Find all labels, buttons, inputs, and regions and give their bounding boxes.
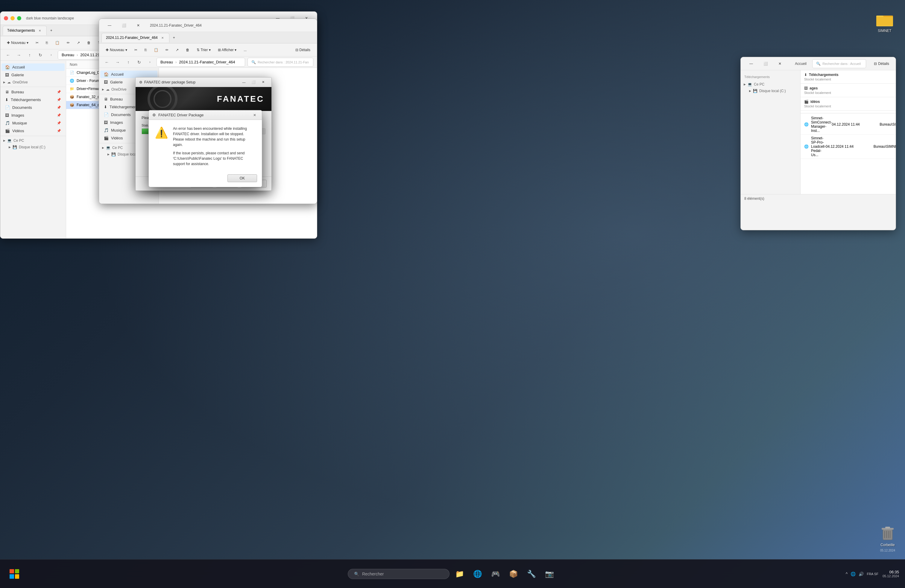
sidebar-item-images[interactable]: 🖼 Images 📌 (2, 112, 65, 119)
sidebar-item-galerie[interactable]: 🖼 Galerie (2, 71, 65, 79)
fg-cut-btn[interactable]: ✂ (132, 46, 140, 54)
explorer-fg-addressbar: ← → ↑ ↻ › Bureau › 2024.11.21-Fanatec_Dr… (99, 57, 317, 68)
delete-btn[interactable]: 🗑 (84, 39, 94, 46)
fg-details-btn[interactable]: ⊟ Détails (292, 46, 313, 54)
sidebar-item-videos[interactable]: 🎬 Vidéos 📌 (2, 127, 65, 135)
taskbar-app6-icon: 📷 (545, 570, 554, 578)
tray-network-icon[interactable]: 🌐 (851, 572, 856, 576)
fg-documents-icon: 📄 (104, 113, 109, 117)
fg-copy-btn[interactable]: ⎘ (141, 46, 150, 54)
taskbar-left (6, 566, 23, 582)
sidebar-item-telechargements[interactable]: ⬇ Téléchargements 📌 (2, 96, 65, 103)
right-section-videos: 🎬 idéos Stocké localement (800, 97, 896, 111)
fg-minimize-btn[interactable]: — (103, 21, 116, 30)
fg-maximize-btn[interactable]: ⬜ (117, 21, 131, 30)
tray-expand-btn[interactable]: ^ (846, 572, 848, 576)
right-sidebar-cepc[interactable]: ▶ 💻 Ce PC (741, 81, 800, 88)
add-tab-btn[interactable]: + (48, 27, 55, 34)
forward-btn[interactable]: → (15, 51, 23, 59)
sidebar-section-onedrive[interactable]: ▶ ☁ OneDrive (0, 79, 66, 86)
fg-address-path[interactable]: Bureau › 2024.11.21-Fanatec_Driver_464 (157, 58, 245, 67)
fg-view-btn[interactable]: ⊞ Afficher ▾ (215, 46, 240, 54)
right-maximize-btn[interactable]: ⬜ (759, 59, 772, 68)
sidebar-item-bureau[interactable]: 🖥 Bureau 📌 (2, 88, 65, 96)
tray-speaker-icon[interactable]: 🔊 (859, 572, 864, 576)
right-file-simnet-sp[interactable]: 🌐 Simnet-SP-Pro-Loadcell-Pedal-Us... 04.… (800, 135, 896, 159)
mac-window-controls (4, 16, 21, 21)
right-cepc-label: Ce PC (754, 82, 764, 86)
right-sidebar-disque[interactable]: ▶ 💾 Disque local (C:) (741, 88, 800, 94)
sidebar-item-documents[interactable]: 📄 Documents 📌 (2, 104, 65, 111)
share-btn[interactable]: ↗ (74, 39, 83, 46)
fg-back-btn[interactable]: ← (103, 58, 111, 67)
fg-delete-btn[interactable]: 🗑 (183, 46, 192, 54)
explorer-fg-tabbar: 2024.11.21-Fanatec_Driver_464 ✕ + (99, 32, 317, 43)
expand-btn[interactable]: › (47, 51, 56, 59)
fg-refresh-btn[interactable]: ↻ (135, 58, 143, 67)
mac-close-btn[interactable] (4, 16, 8, 21)
right-search-box[interactable]: 🔍 Rechercher dans : Accueil (812, 59, 866, 68)
recycle-bin-icon[interactable]: Corbeille 05.12.2024 (879, 524, 896, 552)
taskbar-explorer-btn[interactable]: 📁 (452, 566, 467, 582)
fg-up-btn[interactable]: ↑ (124, 58, 133, 67)
fg-forward-btn[interactable]: → (113, 58, 122, 67)
fg-nouveau-btn[interactable]: ✚ Nouveau ▾ (103, 46, 130, 54)
tab-fanatec[interactable]: 2024.11.21-Fanatec_Driver_464 ✕ (102, 33, 169, 43)
fg-more-btn[interactable]: ... (241, 46, 249, 54)
fanatec-minimize-btn[interactable]: — (239, 79, 249, 86)
mac-max-btn[interactable] (17, 16, 21, 21)
right-details-icon: ⊟ (874, 62, 877, 66)
refresh-btn[interactable]: ↻ (36, 51, 44, 59)
forum-label: Driver - Forum (76, 79, 100, 83)
start-button[interactable] (6, 566, 23, 582)
fg-bureau-label: Bureau (110, 97, 123, 101)
paste-btn[interactable]: 📋 (52, 39, 62, 46)
taskbar-edge-btn[interactable]: 🌐 (470, 566, 486, 582)
recycle-bin-image (879, 524, 896, 541)
taskbar-app3-icon: 🎮 (491, 570, 500, 578)
fg-add-tab-btn[interactable]: + (171, 34, 178, 41)
sidebar-section-disque[interactable]: ▶ 💾 Disque local (C:) (0, 144, 66, 151)
cut-btn[interactable]: ✂ (33, 39, 41, 46)
right-details-btn[interactable]: ⊟ Détails (871, 60, 892, 67)
expand-cepc-icon: ▶ (3, 139, 5, 142)
rename-btn[interactable]: ✏ (64, 39, 73, 46)
ok-button[interactable]: OK (227, 174, 257, 182)
fg-search-box[interactable]: 🔍 Rechercher dans : 2024.11.21-Fan (248, 58, 313, 67)
mac-min-btn[interactable] (11, 16, 15, 21)
videos-icon: 🎬 (5, 128, 10, 133)
taskbar-app3-btn[interactable]: 🎮 (488, 566, 503, 582)
tab-telechargements[interactable]: Téléchargements ✕ (3, 26, 47, 35)
right-status: 8 élément(s) (744, 197, 764, 201)
taskbar-app4-btn[interactable]: 📦 (506, 566, 521, 582)
nouveau-label: Nouveau (11, 41, 25, 45)
fg-close-btn[interactable]: ✕ (132, 21, 145, 30)
right-file-simconnect[interactable]: 🌐 Simnet-SimConnect-Manager-Inst... 04.1… (800, 114, 896, 135)
sidebar-item-musique[interactable]: 🎵 Musique 📌 (2, 119, 65, 127)
fanatec-maximize-btn[interactable]: ⬜ (249, 79, 258, 86)
copy-btn[interactable]: ⎘ (43, 39, 51, 46)
fg-expand-btn[interactable]: › (146, 58, 154, 67)
error-close-btn[interactable]: ✕ (251, 112, 258, 119)
right-section-telechargements: ⬇ Téléchargements Stocké localement (800, 70, 896, 84)
clock-area[interactable]: 06:35 05.12.2024 (883, 570, 899, 578)
sidebar-item-accueil[interactable]: 🏠 Accueil (2, 63, 65, 71)
simnet-desktop-icon[interactable]: SIMNET (873, 9, 896, 35)
up-btn[interactable]: ↑ (25, 51, 34, 59)
fg-rename-btn[interactable]: ✏ (162, 46, 171, 54)
sidebar-section-cepc[interactable]: ▶ 💻 Ce PC (0, 137, 66, 144)
tab-fanatec-close[interactable]: ✕ (160, 35, 165, 40)
fg-sort-btn[interactable]: ⇅ Trier ▾ (194, 46, 214, 54)
nouveau-btn[interactable]: ✚ Nouveau ▾ (4, 39, 32, 46)
taskbar-app5-btn[interactable]: 🔧 (524, 566, 539, 582)
pin-icon: 📌 (57, 90, 61, 94)
fg-paste-btn[interactable]: 📋 (151, 46, 161, 54)
taskbar-app6-btn[interactable]: 📷 (542, 566, 557, 582)
back-btn[interactable]: ← (4, 51, 12, 59)
right-close-btn[interactable]: ✕ (773, 59, 787, 68)
tab-close-btn[interactable]: ✕ (37, 28, 42, 33)
fg-share-btn[interactable]: ↗ (173, 46, 182, 54)
taskbar-search[interactable]: 🔍 Rechercher (348, 569, 449, 579)
fanatec-close-btn[interactable]: ✕ (258, 79, 268, 86)
right-minimize-btn[interactable]: — (744, 59, 758, 68)
